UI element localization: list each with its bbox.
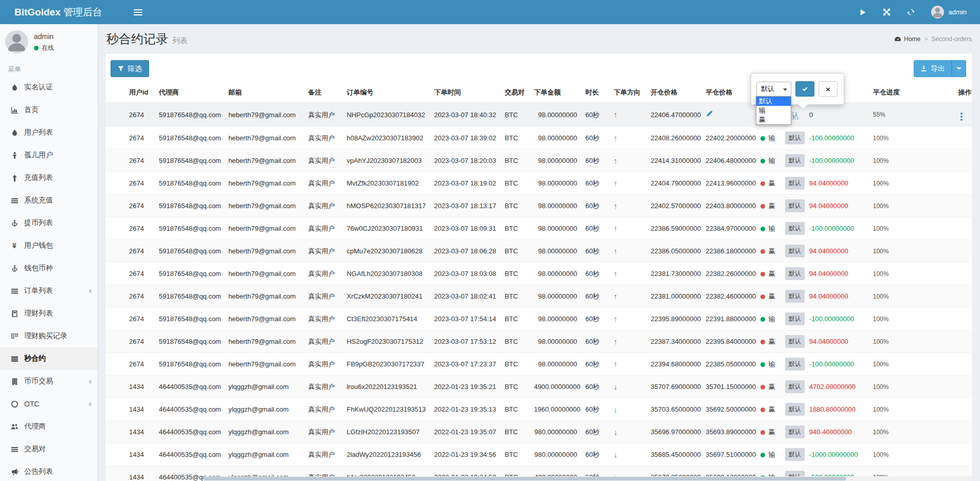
control-badge[interactable]: 默认 [785,425,805,438]
control-badge[interactable]: 默认 [785,403,805,416]
sidebar-item-otc[interactable]: OTC‹ [0,393,98,415]
sidebar-item-home[interactable]: 首页 [0,99,98,121]
cell-control: 默认 [781,285,805,308]
cell-user-id: 2674 [105,285,155,308]
select-option[interactable]: 赢 [756,115,791,124]
cell-open-price: 35703.65000000 [647,398,702,421]
control-badge[interactable]: 默认 [785,177,805,190]
cell-profit: -100.00000000 [805,150,869,172]
control-badge[interactable]: 默认 [785,132,805,144]
col-amount: 下单金额 [530,83,581,103]
cell-user-id: 2674 [105,217,155,240]
sidebar-item-orders[interactable]: 订单列表‹ [0,280,98,302]
row-actions-icon[interactable] [958,112,965,122]
export-button[interactable]: 导出 [914,60,952,77]
col-agent: 代理商 [155,83,224,103]
sidebar-item-announcements[interactable]: 公告列表 [0,460,98,481]
cell-user-id: 2674 [105,150,155,172]
progress-label: 100% [873,134,892,143]
filter-button[interactable]: 筛选 [111,60,149,77]
cell-order-no: 2ladWy20220123193456 [342,443,430,466]
chart-icon [8,106,21,114]
control-badge[interactable]: 默认 [785,358,805,371]
export-caret-button[interactable] [952,60,966,77]
control-badge[interactable]: 默认 [785,245,805,257]
control-badge[interactable]: 默认 [785,154,805,167]
cell-pair: BTC [500,172,530,195]
fullscreen-icon[interactable] [883,8,891,16]
sidebar-item-wealth-records[interactable]: 理财购买记录 [0,325,98,347]
sidebar-item-coin-trade[interactable]: 币币交易‹ [0,370,98,393]
sidebar-item-orphan-users[interactable]: 孤儿用户 [0,144,98,166]
cell-control: 默认 [781,195,805,217]
cell-note: 真实用户 [304,330,342,353]
cell-order-no: 76w0CJ20230307180931 [342,217,430,240]
progress-bar [892,406,942,413]
sidebar-item-deposits[interactable]: 充值列表 [0,166,98,189]
result-label: 赢 [769,338,775,345]
select-option[interactable]: 默认 [756,97,791,106]
cell-email: heberth79@gmail.com [224,240,304,263]
control-select[interactable]: 默认 [756,82,791,97]
check-icon [802,86,808,92]
progress-bar [892,226,942,232]
cell-direction: ↑ [610,240,647,263]
scrollbar-thumb[interactable] [204,477,846,480]
progress-bar [892,248,942,255]
cancel-button[interactable]: × [819,81,838,97]
sidebar-item-label: OTC [24,400,40,408]
app-brand[interactable]: BitGoldex 管理后台 [0,6,126,19]
play-icon[interactable] [859,9,866,16]
cell-agent: 591876548@qq.com [155,172,224,195]
result-label: 赢 [769,202,775,210]
cell-profit: -1000.00000000 [805,443,869,466]
cell-close-price: 22382.26000000 [702,263,756,285]
progress-bar [892,203,942,210]
cell-close-price: 22382.46000000 [702,285,756,308]
sidebar-item-users[interactable]: 用户列表 [0,121,98,144]
sidebar-item-kyc[interactable]: 实名认证 [0,76,98,99]
cell-close-price: 22406.48000000 [702,150,756,172]
cell-agent: 591876548@qq.com [155,240,224,263]
breadcrumb-home-link[interactable]: Home [894,35,920,43]
cell-progress: 100% [869,421,954,443]
table-row: 2674591876548@qq.comheberth79@gmail.com真… [105,150,972,172]
sidebar-item-withdrawals[interactable]: 提币列表 [0,212,98,234]
profit-value: -1000.00000000 [809,451,858,458]
result-label: 赢 [769,292,775,300]
control-badge[interactable]: 默认 [785,222,805,235]
cell-order-no: lrou6x20220123193521 [342,376,430,398]
sidebar-item-agents[interactable]: 代理商 [0,415,98,438]
sidebar-item-second-contract[interactable]: 秒合约 [0,347,98,370]
select-option[interactable]: 输 [756,106,791,115]
confirm-button[interactable] [795,81,814,97]
edit-close-price-icon[interactable] [706,110,713,117]
control-badge[interactable]: 默认 [785,267,805,280]
sidebar-item-system-deposit[interactable]: 系统充值 [0,189,98,212]
result-label: 赢 [769,247,775,255]
cell-open-price: 22386.05000000 [647,240,702,263]
sidebar-item-wealth[interactable]: 理财列表 [0,302,98,325]
cell-actions [954,308,972,330]
refresh-icon[interactable] [907,8,915,16]
horizontal-scrollbar[interactable] [204,476,972,481]
up-arrow-icon: ↑ [614,314,618,323]
sidebar-item-wallet-coins[interactable]: 钱包币种 [0,257,98,280]
sidebar-toggle-icon[interactable] [126,0,149,24]
cell-actions [954,353,972,376]
sidebar-item-pairs[interactable]: 交易对 [0,438,98,460]
user-menu[interactable]: admin [931,6,967,18]
control-badge[interactable]: 默认 [785,335,805,348]
control-badge[interactable]: 默认 [785,312,805,325]
cell-control: 默认 [781,376,805,398]
control-badge[interactable]: 默认 [785,380,805,393]
control-badge[interactable]: 默认 [785,448,805,461]
cell-profit: 4702.00000000 [805,376,869,398]
cell-user-id: 1434 [105,376,155,398]
control-badge[interactable]: 默认 [785,199,805,212]
sidebar-item-label: 代理商 [24,422,46,431]
table-row: 2674591876548@qq.comheberth79@gmail.com真… [105,103,972,127]
chevron-left-icon: ‹ [89,377,92,386]
sidebar-item-user-wallet[interactable]: ¥用户钱包 [0,234,98,257]
control-badge[interactable]: 默认 [785,290,805,303]
